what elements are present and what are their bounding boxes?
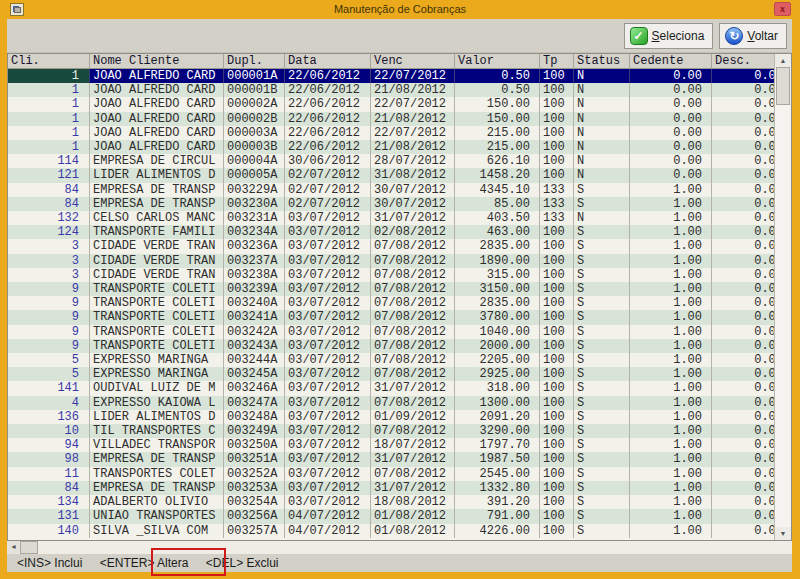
horizontal-scrollbar-thumb[interactable] (20, 541, 38, 554)
cell-venc: 07/08/2012 (371, 254, 455, 268)
cell-cedente: 1.00 (630, 353, 712, 367)
table-row[interactable]: 121LIDER ALIMENTOS D000005A02/07/201231/… (8, 168, 775, 182)
cell-nome-cliente: JOAO ALFREDO CARD (90, 140, 224, 154)
cell-data: 03/07/2012 (285, 452, 371, 466)
voltar-button[interactable]: ↻ Voltar (719, 23, 787, 49)
table-row[interactable]: 5EXPRESSO MARINGA003244A03/07/201207/08/… (8, 353, 775, 367)
table-row[interactable]: 98EMPRESA DE TRANSP003251A03/07/201231/0… (8, 452, 775, 466)
table-row[interactable]: 1JOAO ALFREDO CARD000002B22/06/201221/08… (8, 112, 775, 126)
cell-cli: 9 (8, 282, 90, 296)
table-row[interactable]: 136LIDER ALIMENTOS D003248A03/07/201201/… (8, 410, 775, 424)
cell-desc: 0.00 (712, 126, 775, 140)
table-row[interactable]: 5EXPRESSO MARINGA003245A03/07/201207/08/… (8, 367, 775, 381)
cell-tp: 133 (540, 197, 574, 211)
cell-tp: 100 (540, 97, 574, 111)
cell-dupl: 000004A (224, 154, 285, 168)
table-row[interactable]: 131UNIAO TRANSPORTES003256A04/07/201201/… (8, 509, 775, 523)
cell-data: 22/06/2012 (285, 69, 371, 83)
table-row[interactable]: 84EMPRESA DE TRANSP003229A02/07/201230/0… (8, 183, 775, 197)
cell-desc: 0.00 (712, 367, 775, 381)
cell-valor: 4226.00 (455, 524, 540, 538)
cell-dupl: 003231A (224, 211, 285, 225)
cell-cli: 1 (8, 69, 90, 83)
cell-valor: 215.00 (455, 140, 540, 154)
table-row[interactable]: 9TRANSPORTE COLETI003242A03/07/201207/08… (8, 325, 775, 339)
table-row[interactable]: 141OUDIVAL LUIZ DE M003246A03/07/201231/… (8, 381, 775, 395)
table-row[interactable]: 9TRANSPORTE COLETI003241A03/07/201207/08… (8, 310, 775, 324)
vertical-scrollbar[interactable]: ▲ ▼ (774, 54, 791, 540)
cell-cli: 94 (8, 438, 90, 452)
cell-tp: 100 (540, 69, 574, 83)
column-header-dupl: Dupl. (224, 54, 285, 68)
cell-nome-cliente: EXPRESSO MARINGA (90, 353, 224, 367)
cell-status: S (574, 452, 630, 466)
cell-valor: 215.00 (455, 126, 540, 140)
table-row[interactable]: 9TRANSPORTE COLETI003243A03/07/201207/08… (8, 339, 775, 353)
cell-data: 03/07/2012 (285, 481, 371, 495)
table-row[interactable]: 11TRANSPORTES COLET003252A03/07/201207/0… (8, 467, 775, 481)
scroll-up-icon[interactable]: ▲ (775, 54, 791, 67)
cell-venc: 07/08/2012 (371, 325, 455, 339)
cell-cli: 1 (8, 140, 90, 154)
table-row[interactable]: 114EMPRESA DE CIRCUL000004A30/06/201228/… (8, 154, 775, 168)
cell-cedente: 0.00 (630, 154, 712, 168)
cell-cedente: 1.00 (630, 239, 712, 253)
table-row[interactable]: 10TIL TRANSPORTES C003249A03/07/201207/0… (8, 424, 775, 438)
cell-nome-cliente: TIL TRANSPORTES C (90, 424, 224, 438)
cell-nome-cliente: LIDER ALIMENTOS D (90, 168, 224, 182)
table-row[interactable]: 3CIDADE VERDE TRAN003236A03/07/201207/08… (8, 239, 775, 253)
table-row[interactable]: 3CIDADE VERDE TRAN003237A03/07/201207/08… (8, 254, 775, 268)
seleciona-label: Seleciona (652, 29, 705, 43)
cell-data: 03/07/2012 (285, 268, 371, 282)
cell-valor: 2545.00 (455, 467, 540, 481)
table-row[interactable]: 4EXPRESSO KAIOWA L003247A03/07/201207/08… (8, 396, 775, 410)
cell-cli: 3 (8, 268, 90, 282)
cell-data: 02/07/2012 (285, 183, 371, 197)
cell-nome-cliente: TRANSPORTES COLET (90, 467, 224, 481)
column-header-status: Status (574, 54, 630, 68)
cell-nome-cliente: EXPRESSO KAIOWA L (90, 396, 224, 410)
table-row[interactable]: 84EMPRESA DE TRANSP003253A03/07/201231/0… (8, 481, 775, 495)
table-row[interactable]: 9TRANSPORTE COLETI003239A03/07/201207/08… (8, 282, 775, 296)
cell-nome-cliente: JOAO ALFREDO CARD (90, 69, 224, 83)
table-row[interactable]: 84EMPRESA DE TRANSP003230A02/07/201230/0… (8, 197, 775, 211)
cell-data: 30/06/2012 (285, 154, 371, 168)
table-row[interactable]: 1JOAO ALFREDO CARD000003A22/06/201222/07… (8, 126, 775, 140)
seleciona-button[interactable]: ✓ Seleciona (624, 23, 714, 49)
table-row[interactable]: 3CIDADE VERDE TRAN003238A03/07/201207/08… (8, 268, 775, 282)
column-header-nome-cliente: Nome Cliente (90, 54, 224, 68)
vertical-scrollbar-thumb[interactable] (776, 67, 790, 105)
cell-status: S (574, 339, 630, 353)
table-row[interactable]: 132CELSO CARLOS MANC003231A03/07/201231/… (8, 211, 775, 225)
cell-venc: 07/08/2012 (371, 424, 455, 438)
table-row[interactable]: 140SILVA _SILVA COM003257A04/07/201201/0… (8, 524, 775, 538)
table-row[interactable]: 134ADALBERTO OLIVIO003254A03/07/201218/0… (8, 495, 775, 509)
cell-dupl: 003239A (224, 282, 285, 296)
close-button[interactable]: x (774, 2, 791, 16)
cell-cedente: 1.00 (630, 339, 712, 353)
table-row[interactable]: 1JOAO ALFREDO CARD000003B22/06/201221/08… (8, 140, 775, 154)
cell-cli: 98 (8, 452, 90, 466)
cell-cli: 10 (8, 424, 90, 438)
horizontal-scrollbar[interactable]: ◄ (7, 541, 792, 554)
table-row-selected[interactable]: 1JOAO ALFREDO CARD000001A22/06/201222/07… (8, 69, 775, 83)
cell-dupl: 003242A (224, 325, 285, 339)
scroll-down-icon[interactable]: ▼ (775, 527, 791, 540)
table-row[interactable]: 94VILLADEC TRANSPOR003250A03/07/201218/0… (8, 438, 775, 452)
cell-dupl: 000003A (224, 126, 285, 140)
scroll-left-icon[interactable]: ◄ (7, 541, 20, 554)
cell-cedente: 0.00 (630, 168, 712, 182)
table-row[interactable]: 124TRANSPORTE FAMILI003234A03/07/201202/… (8, 225, 775, 239)
cell-data: 03/07/2012 (285, 296, 371, 310)
cell-cedente: 1.00 (630, 211, 712, 225)
table-row[interactable]: 9TRANSPORTE COLETI003240A03/07/201207/08… (8, 296, 775, 310)
cell-venc: 21/08/2012 (371, 140, 455, 154)
cell-venc: 31/08/2012 (371, 168, 455, 182)
toolbar: ✓ Seleciona ↻ Voltar (7, 19, 792, 53)
table-row[interactable]: 1JOAO ALFREDO CARD000001B22/06/201221/08… (8, 83, 775, 97)
cell-desc: 0.00 (712, 183, 775, 197)
cell-data: 22/06/2012 (285, 140, 371, 154)
cell-data: 03/07/2012 (285, 225, 371, 239)
cell-valor: 85.00 (455, 197, 540, 211)
table-row[interactable]: 1JOAO ALFREDO CARD000002A22/06/201222/07… (8, 97, 775, 111)
